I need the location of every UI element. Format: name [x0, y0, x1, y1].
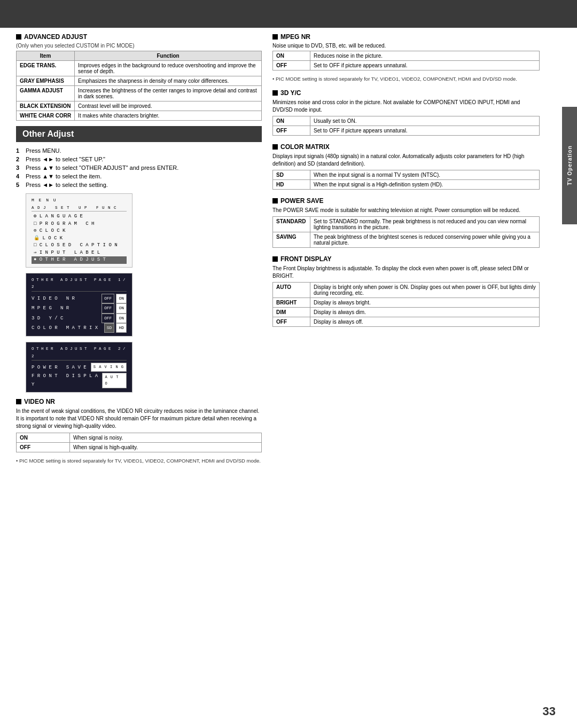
advanced-adjust-section: ADVANCED ADJUST (Only when you selected … — [16, 33, 262, 121]
cell-setting: AUTO — [273, 283, 310, 298]
osd-mpeg-nr-row: M P E G N R OFF ON — [32, 303, 127, 313]
step-number: 4 — [16, 173, 22, 179]
osd-front-display-label: F R O N T D I S P L A Y — [32, 372, 102, 389]
table-row: HDWhen the input signal is a High-defini… — [273, 180, 540, 190]
front-display-table: AUTODisplay is bright only when power is… — [272, 282, 540, 327]
osd-mpeg-nr-off: OFF — [102, 303, 114, 313]
video-nr-table: ONWhen signal is noisy.OFFWhen signal is… — [16, 433, 262, 452]
heading-square-icon-6 — [272, 198, 278, 203]
menu-header-label: M E N U — [32, 197, 127, 203]
osd-front-display-auto: A U T O — [102, 373, 127, 388]
3d-yc-section: 3D Y/C Minimizes noise and cross color i… — [272, 89, 540, 136]
heading-square-icon-5 — [272, 144, 278, 150]
cell-description: Display is always bright. — [310, 298, 540, 308]
table-row: DIMDisplay is always dim. — [273, 308, 540, 317]
table-row: ONReduces noise in the picture. — [273, 51, 540, 61]
other-adjust-box: Other Adjust — [16, 126, 262, 142]
osd-page1: O T H E R A D J U S T P A G E 1 / 2 V I … — [26, 273, 132, 337]
step-text: Press ◄► to select the setting. — [26, 182, 262, 188]
cell-setting: ON — [273, 51, 310, 61]
color-matrix-description: Displays input signals (480p signals) in… — [272, 153, 540, 168]
cell-description: Display is always dim. — [310, 308, 540, 317]
osd-3d-yc-off: OFF — [102, 314, 114, 323]
cell-setting: OFF — [273, 126, 310, 136]
osd-color-matrix-sd: SD — [104, 323, 115, 333]
table-row: BLACK EXTENSIONContrast level will be im… — [17, 101, 262, 111]
cell-function: It makes white characters brighter. — [75, 111, 262, 121]
step-item: 3Press ▲▼ to select "OTHER ADJUST" and p… — [16, 165, 262, 171]
heading-square-icon-2 — [16, 399, 21, 404]
cell-function: Contrast level will be improved. — [75, 101, 262, 111]
side-tab-tv-operation: TV Operation — [562, 107, 577, 224]
osd-page1-title: O T H E R A D J U S T P A G E 1 / 2 — [32, 277, 127, 292]
osd-front-display-row: F R O N T D I S P L A Y A U T O — [32, 372, 127, 389]
cell-setting: STANDARD — [273, 217, 310, 232]
advanced-adjust-note: (Only when you selected CUSTOM in PIC MO… — [16, 43, 262, 49]
step-item: 5Press ◄► to select the setting. — [16, 182, 262, 188]
osd-3d-yc-row: 3 D Y / C OFF ON — [32, 314, 127, 323]
menu-item-other-adjust: ● O T H E R A D J U S T — [32, 256, 127, 264]
heading-square-icon-4 — [272, 90, 278, 96]
video-nr-note: • PIC MODE setting is stored separately … — [16, 458, 262, 464]
osd-video-nr-label: V I D E O N R — [32, 294, 75, 303]
3d-yc-heading: 3D Y/C — [272, 89, 540, 97]
video-nr-section: VIDEO NR In the event of weak signal con… — [16, 398, 262, 464]
heading-square-icon-3 — [272, 34, 278, 40]
step-number: 1 — [16, 147, 22, 154]
page-number: 33 — [543, 704, 556, 718]
osd-page2: O T H E R A D J U S T P A G E 2 / 2 P O … — [26, 342, 132, 393]
step-item: 2Press ◄► to select "SET UP." — [16, 156, 262, 162]
step-number: 5 — [16, 182, 22, 188]
steps-list: 1Press MENU.2Press ◄► to select "SET UP.… — [16, 147, 262, 188]
osd-mpeg-nr-label: M P E G N R — [32, 304, 69, 312]
cell-setting: DIM — [273, 308, 310, 317]
step-item: 4Press ▲▼ to select the item. — [16, 173, 262, 179]
step-text: Press MENU. — [26, 147, 262, 154]
cell-description: Set to STANDARD normally. The peak brigh… — [310, 217, 540, 232]
main-content: ADVANCED ADJUST (Only when you selected … — [0, 28, 577, 485]
table-row: OFFDisplay is always off. — [273, 317, 540, 327]
osd-video-nr-on: ON — [116, 294, 127, 303]
col-item: Item — [17, 51, 75, 61]
menu-item-clock: ⊙ C L O C K — [32, 228, 127, 235]
cell-setting: SAVING — [273, 232, 310, 248]
step-text: Press ▲▼ to select the item. — [26, 173, 262, 179]
osd-power-save-saving: S A V I N G — [91, 363, 127, 372]
table-row: OFFWhen signal is high-quality. — [17, 443, 262, 452]
video-nr-heading: VIDEO NR — [16, 398, 262, 405]
menu-subheader: A D J S E T U P F U N C — [32, 205, 127, 212]
cell-item: WHITE CHAR CORR — [17, 111, 75, 121]
3d-yc-description: Minimizes noise and cross color in the p… — [272, 99, 540, 114]
step-text: Press ▲▼ to select "OTHER ADJUST" and pr… — [26, 165, 262, 171]
osd-page2-title: O T H E R A D J U S T P A G E 2 / 2 — [32, 346, 127, 361]
table-row: OFFSet to OFF if picture appears unnatur… — [273, 61, 540, 71]
osd-3d-yc-label: 3 D Y / C — [32, 314, 63, 323]
menu-item-program-ch: □ P R O G R A M C H — [32, 221, 127, 228]
osd-video-nr-off: OFF — [102, 294, 114, 303]
cell-setting: ON — [17, 433, 70, 443]
table-row: ONUsually set to ON. — [273, 116, 540, 126]
right-column: MPEG NR Noise unique to DVD, STB, etc. w… — [272, 33, 556, 464]
cell-setting: BRIGHT — [273, 298, 310, 308]
cell-function: Increases the brightness of the center r… — [75, 86, 262, 101]
mpeg-nr-note: • PIC MODE setting is stored separately … — [272, 76, 540, 82]
step-number: 2 — [16, 156, 22, 162]
table-row: ONWhen signal is noisy. — [17, 433, 262, 443]
osd-mpeg-nr-on: ON — [116, 303, 127, 313]
cell-item: GRAY EMPHASIS — [17, 76, 75, 86]
step-item: 1Press MENU. — [16, 147, 262, 154]
table-row: BRIGHTDisplay is always bright. — [273, 298, 540, 308]
cell-description: Display is always off. — [310, 317, 540, 327]
osd-color-matrix-buttons: SD HD — [104, 323, 127, 333]
table-row: STANDARDSet to STANDARD normally. The pe… — [273, 217, 540, 232]
osd-color-matrix-row: C O L O R M A T R I X SD HD — [32, 323, 127, 333]
color-matrix-section: COLOR MATRIX Displays input signals (480… — [272, 143, 540, 190]
cell-setting: OFF — [273, 317, 310, 327]
cell-setting: HD — [273, 180, 310, 190]
osd-color-matrix-label: C O L O R M A T R I X — [32, 324, 98, 332]
cell-function: Emphasizes the sharpness in density of m… — [75, 76, 262, 86]
table-row: OFFSet to OFF if picture appears unnatur… — [273, 126, 540, 136]
front-display-description: The Front Display brightness is adjustab… — [272, 265, 540, 280]
osd-3d-yc-on: ON — [116, 314, 127, 323]
power-save-table: STANDARDSet to STANDARD normally. The pe… — [272, 216, 540, 248]
